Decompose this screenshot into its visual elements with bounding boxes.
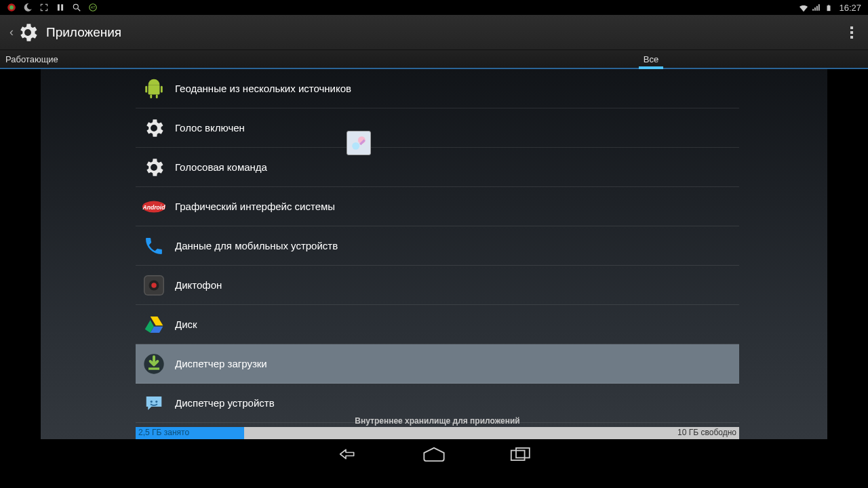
app-row[interactable]: Голос включен bbox=[136, 108, 739, 148]
nav-recent-button[interactable] bbox=[509, 444, 536, 464]
tab-all-label: Все bbox=[644, 54, 658, 64]
svg-point-1 bbox=[9, 5, 14, 9]
download-icon bbox=[141, 351, 167, 377]
svg-rect-30 bbox=[516, 448, 530, 458]
app-row[interactable]: Данные для мобильных устройств bbox=[136, 226, 739, 266]
storage-footer: Внутреннее хранилище для приложений 2,5 … bbox=[136, 420, 739, 439]
app-label: Диск bbox=[175, 319, 197, 330]
app-label: Геоданные из нескольких источников bbox=[175, 83, 351, 94]
app-label: Диспетчер загрузки bbox=[175, 358, 267, 369]
status-left: 47 bbox=[7, 3, 98, 12]
svg-text:47: 47 bbox=[91, 5, 95, 9]
kitkat-icon: Android bbox=[141, 194, 167, 220]
chat-icon bbox=[141, 390, 167, 416]
svg-point-25 bbox=[151, 400, 153, 402]
battery-icon bbox=[825, 3, 835, 12]
app-label: Графический интерфейс системы bbox=[175, 201, 335, 212]
tab-all[interactable]: Все bbox=[434, 50, 868, 68]
app-list-container: Геоданные из нескольких источниковГолос … bbox=[41, 69, 827, 439]
storage-title: Внутреннее хранилище для приложений bbox=[136, 416, 739, 426]
svg-line-5 bbox=[78, 9, 81, 12]
status-bar: 47 16:27 bbox=[0, 0, 868, 15]
app-label: Диктофон bbox=[175, 279, 222, 291]
svg-point-22 bbox=[151, 283, 157, 288]
svg-rect-24 bbox=[149, 367, 159, 369]
svg-point-26 bbox=[155, 400, 157, 402]
app-row[interactable]: Геоданные из нескольких источников bbox=[136, 69, 739, 108]
wifi-icon bbox=[798, 3, 808, 12]
pause-icon bbox=[56, 3, 65, 12]
letterbox-bottom bbox=[0, 468, 868, 488]
storage-used-label: 2,5 ГБ занято bbox=[138, 428, 189, 437]
tab-running[interactable]: Работающие bbox=[0, 50, 434, 68]
clock: 16:27 bbox=[839, 3, 861, 13]
app-label: Данные для мобильных устройств bbox=[175, 240, 338, 251]
status-right: 16:27 bbox=[798, 3, 861, 13]
moon-icon bbox=[23, 3, 33, 12]
action-bar: ‹ Приложения bbox=[0, 15, 868, 50]
drive-icon bbox=[141, 312, 167, 338]
svg-rect-10 bbox=[149, 85, 160, 94]
overflow-menu-button[interactable] bbox=[845, 21, 859, 44]
tab-bar: Работающие Все bbox=[0, 50, 868, 69]
app-label: Голос включен bbox=[175, 122, 245, 134]
svg-rect-9 bbox=[828, 5, 830, 5]
notification-icon bbox=[7, 3, 16, 12]
svg-point-27 bbox=[352, 142, 359, 150]
svg-rect-2 bbox=[58, 4, 60, 10]
app-label: Диспетчер устройств bbox=[175, 397, 275, 409]
recorder-icon bbox=[141, 272, 167, 298]
svg-text:Android: Android bbox=[142, 203, 166, 210]
android-icon bbox=[141, 76, 167, 102]
gear-icon bbox=[141, 155, 167, 180]
nav-home-button[interactable] bbox=[420, 444, 448, 464]
app-row[interactable]: Голосовая команда bbox=[136, 148, 739, 187]
focus-icon bbox=[39, 3, 49, 12]
app-row[interactable]: Диктофон bbox=[136, 266, 739, 305]
back-icon[interactable]: ‹ bbox=[9, 25, 14, 39]
app-row[interactable]: Диск bbox=[136, 305, 739, 344]
svg-rect-14 bbox=[161, 85, 163, 92]
svg-point-4 bbox=[73, 4, 78, 9]
svg-rect-15 bbox=[150, 94, 152, 98]
tab-running-label: Работающие bbox=[5, 54, 58, 64]
phone-icon bbox=[141, 233, 167, 259]
app-row[interactable]: Диспетчер загрузки bbox=[136, 344, 739, 384]
nav-back-button[interactable] bbox=[332, 444, 359, 464]
settings-gear-icon[interactable] bbox=[16, 21, 39, 44]
search-icon bbox=[72, 3, 81, 12]
svg-rect-29 bbox=[511, 451, 525, 460]
signal-icon bbox=[812, 3, 821, 12]
badge-icon: 47 bbox=[88, 3, 98, 12]
page-title: Приложения bbox=[46, 25, 121, 40]
floating-overlay-icon[interactable] bbox=[347, 131, 371, 155]
svg-rect-16 bbox=[156, 94, 158, 98]
gear-icon bbox=[141, 115, 167, 141]
storage-free-label: 10 ГБ свободно bbox=[677, 428, 736, 437]
app-row[interactable]: AndroidГрафический интерфейс системы bbox=[136, 187, 739, 226]
storage-bar: 2,5 ГБ занято 10 ГБ свободно bbox=[136, 427, 739, 439]
svg-rect-13 bbox=[145, 85, 147, 92]
svg-rect-8 bbox=[827, 5, 831, 11]
svg-rect-3 bbox=[61, 4, 63, 10]
app-list[interactable]: Геоданные из нескольких источниковГолос … bbox=[136, 69, 739, 424]
navigation-bar bbox=[0, 441, 868, 468]
app-label: Голосовая команда bbox=[175, 161, 267, 173]
